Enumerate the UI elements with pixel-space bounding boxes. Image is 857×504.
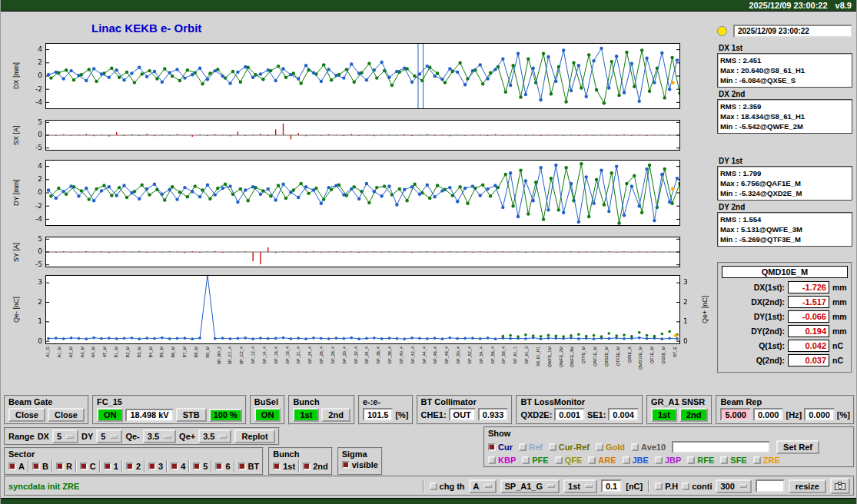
checkbox-b[interactable]: B — [32, 462, 48, 471]
checkbox-box[interactable] — [655, 482, 663, 490]
bunch-mode-select[interactable]: 1st — [563, 479, 597, 493]
checkbox-box[interactable] — [126, 463, 134, 470]
checkbox-jbe[interactable]: JBE — [623, 456, 649, 465]
checkbox-cur[interactable]: Cur — [488, 443, 513, 452]
checkbox-3[interactable]: 3 — [148, 462, 163, 471]
checkbox-r[interactable]: R — [56, 462, 72, 471]
checkbox-box[interactable] — [588, 456, 596, 464]
checkbox-ref[interactable]: Ref — [519, 443, 543, 452]
checkbox-box[interactable] — [430, 482, 437, 490]
checkbox-box[interactable] — [342, 461, 350, 469]
checkbox-box[interactable] — [273, 463, 281, 470]
topbar-datetime: 2025/12/09 23:00:22 — [749, 1, 827, 10]
checkbox-box[interactable] — [8, 463, 16, 470]
checkbox-gold[interactable]: Gold — [596, 443, 625, 452]
fc15-stb-button[interactable]: STB — [176, 408, 207, 422]
checkbox-visible[interactable]: visible — [342, 460, 378, 469]
checkbox-qfe[interactable]: QFE — [555, 456, 583, 465]
bunch-2nd-button[interactable]: 2nd — [321, 408, 350, 422]
checkbox-box[interactable] — [631, 443, 639, 451]
station-label-b7-m: B7_M — [182, 346, 187, 357]
checkbox-zre[interactable]: ZRE — [753, 456, 780, 465]
aux-input-box[interactable] — [756, 479, 785, 492]
checkbox-box[interactable] — [215, 463, 223, 470]
checkbox-pfe[interactable]: PFE — [522, 456, 548, 465]
bunch-1st-button[interactable]: 1st — [293, 408, 319, 422]
checkbox-1st[interactable]: 1st — [273, 462, 295, 471]
busel-on-button[interactable]: ON — [254, 408, 281, 422]
checkbox-cur-ref[interactable]: Cur-Ref — [549, 443, 590, 452]
checkbox-box[interactable] — [655, 456, 663, 464]
checkbox-box[interactable] — [753, 456, 761, 464]
resize-button[interactable]: resize — [789, 479, 826, 493]
set-ref-button[interactable]: Set Ref — [776, 440, 819, 454]
checkbox-box[interactable] — [488, 443, 496, 451]
fc15-title: FC_15 — [97, 397, 242, 407]
checkbox-box[interactable] — [549, 443, 556, 451]
checkbox-box[interactable] — [193, 463, 201, 470]
stat-box: RMS : 2.359Max : 18.434@S8_61_H1Min : -5… — [717, 99, 852, 134]
replot-button[interactable]: Replot — [234, 429, 274, 443]
checkbox-ave10[interactable]: Ave10 — [631, 443, 666, 452]
ph-checkbox-item[interactable]: P.H — [655, 482, 678, 491]
checkbox-2nd[interactable]: 2nd — [303, 462, 328, 471]
fc15-on-button[interactable]: ON — [97, 408, 124, 422]
sector-group: Sector ABRC123456BT — [4, 447, 264, 476]
gr-a1-2nd-button[interactable]: 2nd — [679, 408, 709, 422]
monitor-row-value: 0.037 — [788, 354, 829, 366]
chg-th-checkbox-item[interactable]: chg th — [430, 482, 465, 491]
station-label-sp-42-4: SP_42_4 — [410, 346, 415, 364]
checkbox-box[interactable] — [522, 456, 530, 464]
gr-a1-1st-button[interactable]: 1st — [651, 408, 677, 422]
beam-gate-close-button-2[interactable]: Close — [48, 408, 85, 422]
checkbox-2[interactable]: 2 — [126, 462, 141, 471]
checkbox-c[interactable]: C — [80, 462, 96, 471]
checkbox-bt[interactable]: BT — [238, 462, 260, 471]
checkbox-a[interactable]: A — [8, 462, 25, 471]
checkbox-rfe[interactable]: RFE — [687, 456, 714, 465]
screenshot-button[interactable] — [830, 478, 850, 494]
checkbox-box[interactable] — [687, 456, 695, 464]
checkbox-sfe[interactable]: SFE — [720, 456, 746, 465]
checkbox-box[interactable] — [623, 456, 630, 464]
checkbox-jbp[interactable]: JBP — [655, 456, 681, 465]
checkbox-are[interactable]: ARE — [588, 456, 616, 465]
checkbox-box[interactable] — [596, 443, 603, 451]
chg-th-label: chg th — [440, 482, 465, 491]
checkbox-6[interactable]: 6 — [215, 462, 230, 471]
separator — [28, 460, 29, 472]
checkbox-box[interactable] — [104, 463, 111, 470]
checkbox-box[interactable] — [32, 463, 40, 470]
checkbox-box[interactable] — [519, 443, 526, 451]
conti-checkbox-item[interactable]: conti — [682, 482, 712, 491]
range-dx-value: 5 — [57, 432, 61, 441]
checkbox-5[interactable]: 5 — [193, 462, 208, 471]
orbit-statistics-list: DX 1stRMS : 2.451Max : 20.640@S8_61_H1Mi… — [717, 44, 852, 247]
checkbox-box[interactable] — [148, 463, 156, 470]
top-title-bar: 2025/12/09 23:00:22 v8.9 — [1, 0, 857, 12]
checkbox-4[interactable]: 4 — [171, 462, 185, 471]
range-dx-select[interactable]: 5 — [52, 429, 78, 443]
checkbox-box[interactable] — [303, 463, 311, 470]
checkbox-box[interactable] — [488, 456, 496, 464]
station-label-sp-40-4: SP_40_4 — [399, 346, 404, 364]
checkbox-box[interactable] — [682, 482, 689, 490]
station-label-r0-m: R0_M — [205, 346, 210, 358]
checkbox-kbp[interactable]: KBP — [488, 456, 516, 465]
checkbox-box[interactable] — [555, 456, 563, 464]
checkbox-box[interactable] — [171, 463, 178, 470]
mode-select[interactable]: A — [469, 479, 497, 493]
checkbox-box[interactable] — [56, 463, 64, 470]
checkbox-1[interactable]: 1 — [104, 462, 118, 471]
ref-input[interactable] — [672, 441, 770, 453]
checkbox-box[interactable] — [238, 463, 246, 470]
device-select[interactable]: SP_A1_G — [500, 479, 560, 493]
range-dy-select[interactable]: 5 — [96, 429, 122, 443]
points-select[interactable]: 300 — [716, 479, 751, 493]
range-qem-select[interactable]: 3.5 — [143, 429, 176, 443]
beam-gate-close-button-1[interactable]: Close — [8, 408, 45, 422]
checkbox-box[interactable] — [80, 463, 88, 470]
range-qep-select[interactable]: 3.5 — [198, 429, 231, 443]
se1-value: 0.004 — [608, 408, 639, 421]
checkbox-box[interactable] — [720, 456, 728, 464]
